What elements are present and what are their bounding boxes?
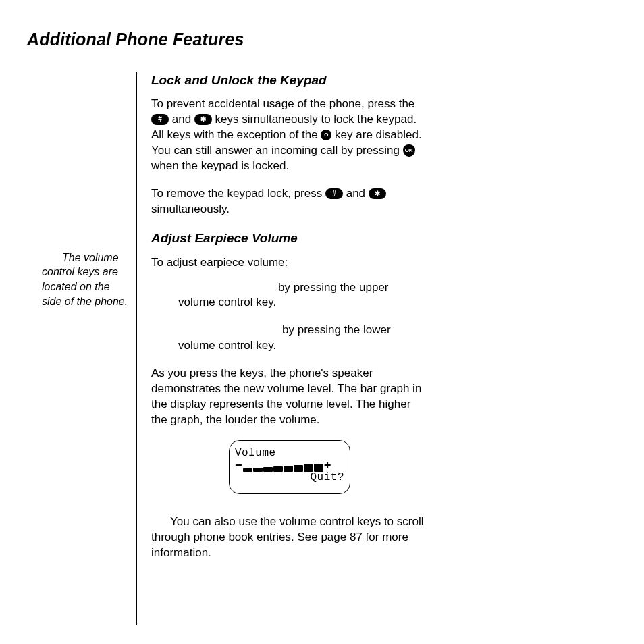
- star-key-icon: ✱: [194, 114, 212, 125]
- volume-segment: [263, 467, 273, 472]
- text-run: You can also use the volume control keys…: [151, 515, 423, 559]
- text-run: when the keypad is locked.: [151, 159, 289, 172]
- lock-paragraph-1: To prevent accidental usage of the phone…: [151, 97, 428, 174]
- volume-segment: [284, 466, 293, 472]
- text-run: by pressing the upper volume control key…: [178, 281, 389, 309]
- text-run: and: [172, 113, 194, 126]
- power-key-icon: O: [321, 130, 331, 140]
- star-key-icon: ✱: [369, 188, 386, 199]
- volume-segment: [294, 465, 303, 472]
- hash-key-icon: #: [325, 188, 343, 199]
- section-title-volume: Adjust Earpiece Volume: [151, 230, 428, 247]
- section-title-lock: Lock and Unlock the Keypad: [151, 72, 428, 89]
- plus-icon: +: [324, 460, 331, 472]
- volume-segment: [243, 468, 252, 472]
- ok-key-icon: OK: [403, 144, 415, 157]
- main-column: Lock and Unlock the Keypad To prevent ac…: [138, 72, 428, 625]
- text-run: To prevent accidental usage of the phone…: [151, 97, 414, 110]
- text-run: by pressing the lower volume control key…: [178, 323, 391, 352]
- margin-note: The volume control keys are located on t…: [27, 72, 136, 625]
- hash-key-icon: #: [151, 114, 169, 125]
- list-item: by pressing the lower volume control key…: [178, 323, 428, 354]
- text-run: and: [346, 187, 369, 200]
- manual-page: Additional Phone Features The volume con…: [0, 0, 644, 644]
- phone-display: Volume − + Quit?: [229, 440, 350, 494]
- text-run: simultaneously.: [151, 203, 230, 215]
- text-run: To remove the keypad lock, press: [151, 187, 325, 200]
- content-columns: The volume control keys are located on t…: [27, 72, 617, 625]
- volume-segment: [253, 468, 263, 472]
- volume-tip: You can also use the volume control keys…: [151, 514, 428, 561]
- page-title: Additional Phone Features: [27, 28, 617, 51]
- volume-segment: [273, 466, 283, 472]
- volume-intro: To adjust earpiece volume:: [151, 255, 428, 271]
- volume-steps-list: by pressing the upper volume control key…: [151, 280, 428, 354]
- list-item: by pressing the upper volume control key…: [178, 280, 428, 311]
- minus-icon: −: [235, 460, 242, 472]
- volume-explain: As you press the keys, the phone's speak…: [151, 366, 428, 428]
- lcd-quit: Quit?: [235, 471, 346, 485]
- lock-paragraph-2: To remove the keypad lock, press # and ✱…: [151, 186, 428, 217]
